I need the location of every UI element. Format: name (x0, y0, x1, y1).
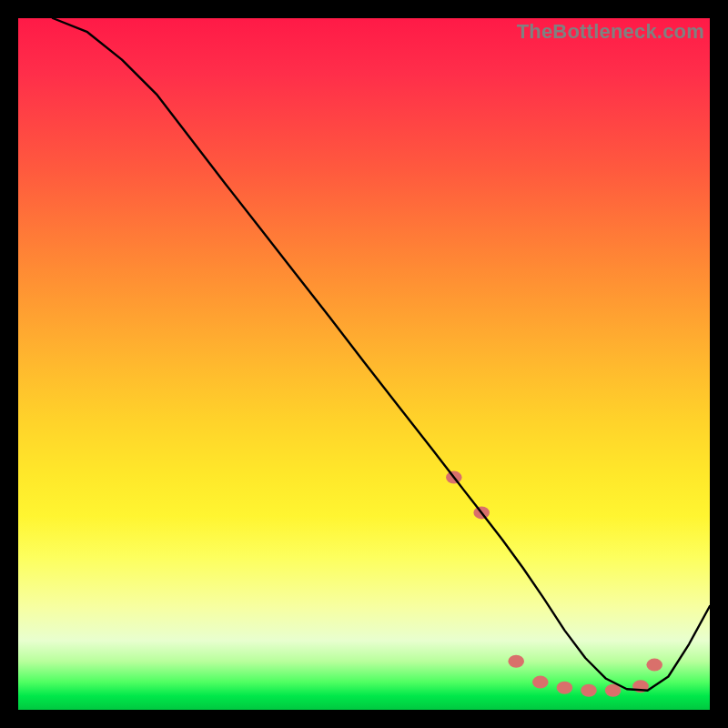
highlight-dot (508, 655, 524, 668)
bottleneck-curve (53, 18, 710, 691)
curve-layer (18, 18, 710, 710)
highlight-dot (532, 676, 549, 689)
highlight-dot (646, 659, 662, 672)
highlight-dot (557, 682, 573, 694)
chart-frame: TheBottleneck.com (0, 0, 728, 728)
highlight-dots-group (446, 471, 662, 697)
plot-area: TheBottleneck.com (18, 18, 710, 710)
highlight-dot (581, 684, 597, 697)
